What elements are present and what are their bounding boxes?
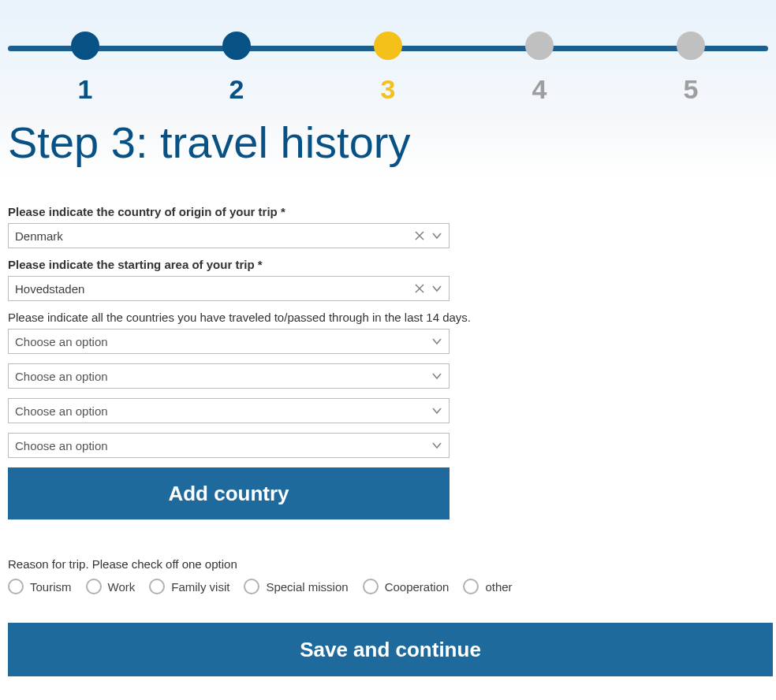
radio-other[interactable]: other xyxy=(463,579,512,594)
radio-label: other xyxy=(485,580,512,594)
chevron-down-icon[interactable] xyxy=(429,403,445,419)
step-number: 5 xyxy=(684,74,699,105)
step-number: 1 xyxy=(78,74,93,105)
form-area: Please indicate the country of origin of… xyxy=(0,177,776,684)
country-slot-3[interactable] xyxy=(8,398,450,423)
step-dot-icon xyxy=(374,32,402,60)
step-2[interactable]: 2 xyxy=(222,32,251,105)
origin-country-select[interactable] xyxy=(8,223,450,248)
reason-radios: Tourism Work Family visit Special missio… xyxy=(8,579,768,594)
country-slot-2[interactable] xyxy=(8,363,450,389)
step-number: 4 xyxy=(532,74,547,105)
radio-label: Work xyxy=(108,580,136,594)
page-title: Step 3: travel history xyxy=(8,117,410,168)
country-slot-input[interactable] xyxy=(8,363,450,389)
radio-icon[interactable] xyxy=(149,579,165,594)
step-dot-icon xyxy=(525,32,554,60)
radio-icon[interactable] xyxy=(8,579,24,594)
select-icons xyxy=(429,398,445,423)
hero-section: 1 2 3 4 5 Step 3: travel history xyxy=(0,0,776,177)
step-3[interactable]: 3 xyxy=(374,32,402,105)
country-list xyxy=(8,329,768,458)
starting-area-label: Please indicate the starting area of you… xyxy=(8,258,768,271)
step-dot-icon xyxy=(71,32,99,60)
radio-label: Special mission xyxy=(266,580,348,594)
radio-tourism[interactable]: Tourism xyxy=(8,579,72,594)
step-number: 2 xyxy=(229,74,244,105)
starting-area-input[interactable] xyxy=(8,276,450,301)
step-1[interactable]: 1 xyxy=(71,32,99,105)
country-slot-input[interactable] xyxy=(8,398,450,423)
reason-label: Reason for trip. Please check off one op… xyxy=(8,557,768,571)
stepper-dots: 1 2 3 4 5 xyxy=(8,32,768,105)
starting-area-field: Please indicate the starting area of you… xyxy=(8,258,768,301)
travel-14days-field: Please indicate all the countries you ha… xyxy=(8,311,768,519)
clear-icon[interactable] xyxy=(412,228,427,244)
stepper: 1 2 3 4 5 xyxy=(8,32,768,105)
save-continue-button[interactable]: Save and continue xyxy=(8,623,773,676)
origin-country-label: Please indicate the country of origin of… xyxy=(8,205,768,218)
radio-special-mission[interactable]: Special mission xyxy=(244,579,348,594)
add-country-button[interactable]: Add country xyxy=(8,467,450,519)
chevron-down-icon[interactable] xyxy=(429,333,445,349)
chevron-down-icon[interactable] xyxy=(429,281,445,296)
step-dot-icon xyxy=(222,32,251,60)
select-icons xyxy=(429,363,445,389)
radio-label: Tourism xyxy=(30,580,72,594)
step-4[interactable]: 4 xyxy=(525,32,554,105)
radio-icon[interactable] xyxy=(86,579,102,594)
radio-label: Family visit xyxy=(171,580,229,594)
radio-family-visit[interactable]: Family visit xyxy=(149,579,229,594)
step-5[interactable]: 5 xyxy=(677,32,705,105)
clear-icon[interactable] xyxy=(412,281,427,296)
radio-icon[interactable] xyxy=(244,579,259,594)
country-slot-1[interactable] xyxy=(8,329,450,354)
select-icons xyxy=(412,276,445,301)
country-slot-4[interactable] xyxy=(8,433,450,458)
travel-14days-label: Please indicate all the countries you ha… xyxy=(8,311,768,324)
radio-icon[interactable] xyxy=(463,579,479,594)
select-icons xyxy=(429,329,445,354)
chevron-down-icon[interactable] xyxy=(429,438,445,453)
starting-area-select[interactable] xyxy=(8,276,450,301)
step-dot-icon xyxy=(677,32,705,60)
origin-country-field: Please indicate the country of origin of… xyxy=(8,205,768,248)
country-slot-input[interactable] xyxy=(8,433,450,458)
reason-section: Reason for trip. Please check off one op… xyxy=(8,557,768,594)
step-number: 3 xyxy=(381,74,396,105)
radio-work[interactable]: Work xyxy=(86,579,136,594)
radio-cooperation[interactable]: Cooperation xyxy=(363,579,450,594)
country-slot-input[interactable] xyxy=(8,329,450,354)
select-icons xyxy=(429,433,445,458)
select-icons xyxy=(412,223,445,248)
radio-icon[interactable] xyxy=(363,579,379,594)
radio-label: Cooperation xyxy=(385,580,450,594)
chevron-down-icon[interactable] xyxy=(429,228,445,244)
chevron-down-icon[interactable] xyxy=(429,368,445,384)
origin-country-input[interactable] xyxy=(8,223,450,248)
